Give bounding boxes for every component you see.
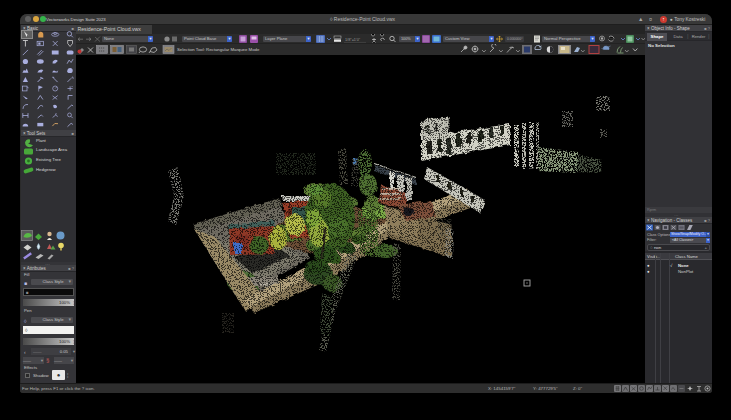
svg-text:1/8"=1'0": 1/8"=1'0" <box>345 38 361 42</box>
svg-text:Selection Tool: Rectangular Ma: Selection Tool: Rectangular Marquee Mode <box>177 47 260 52</box>
